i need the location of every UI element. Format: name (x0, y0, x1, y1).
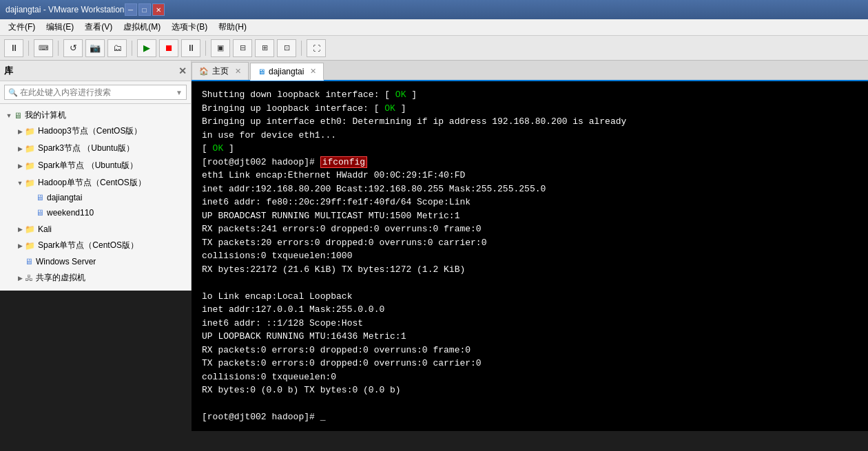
workspace: 🏠 主页 ✕ 🖥 dajiangtai ✕ Shutting down loop… (192, 61, 868, 431)
tree-shared-item[interactable]: ▶ 🖧 共享的虚拟机 (11, 271, 191, 285)
tree-node-spark1: ▶ 📁 Spark单节点 （Ubuntu版） (11, 157, 191, 174)
term-line-final: [root@djt002 hadoop]# _ (202, 410, 858, 424)
tree-kali-label: Kali (38, 224, 52, 234)
title-text: dajiangtai - VMware Workstation (6, 5, 125, 14)
toolbar-snapshot-revert-button[interactable]: ↺ (63, 39, 83, 57)
tree-node-root: ▼ 🖥 我的计算机 ▶ 📁 Hadoop3节点（CentOS版） (0, 107, 191, 288)
terminal-area[interactable]: Shutting down loopback interface: [ OK ]… (192, 81, 868, 431)
tree-root-item[interactable]: ▼ 🖥 我的计算机 (0, 108, 191, 123)
tab-dajiangtai[interactable]: 🖥 dajiangtai ✕ (250, 63, 324, 81)
sidebar: 库 ✕ 🔍 ▼ ▼ 🖥 我的计算机 (0, 61, 192, 291)
folder-icon-kali: 📁 (25, 224, 35, 234)
tree-hadoop1-item[interactable]: ▼ 📁 Hadoop单节点（CentOS版） (11, 176, 191, 190)
term-line-1: Shutting down loopback interface: [ OK ] (202, 88, 858, 102)
tree-root-label: 我的计算机 (25, 109, 66, 121)
tree-node-hadoop1: ▼ 📁 Hadoop单节点（CentOS版） 🖥 dajiangtai (11, 174, 191, 222)
term-command-ifconfig: ifconfig (320, 156, 367, 168)
term-ok-1: OK (395, 90, 406, 100)
menu-help[interactable]: 帮助(H) (213, 19, 252, 35)
dajiangtai-tab-icon: 🖥 (258, 67, 265, 76)
tree-windows-label: Windows Server (36, 257, 96, 266)
tree-hadoop3-item[interactable]: ▶ 📁 Hadoop3节点（CentOS版） (11, 124, 191, 138)
toolbar-snapshot-mgr-button[interactable]: 🗂 (107, 39, 127, 57)
tree-weekend110-item[interactable]: 🖥 weekend110 (22, 207, 191, 219)
tree-hadoop1-children: 🖥 dajiangtai 🖥 weekend110 (11, 190, 191, 220)
close-button[interactable]: ✕ (152, 3, 165, 16)
toolbar-sep1 (28, 41, 29, 56)
full-content: 库 ✕ 🔍 ▼ ▼ 🖥 我的计算机 (0, 61, 868, 431)
tab-dajiangtai-label: dajiangtai (269, 67, 304, 76)
search-bar: 🔍 ▼ (0, 81, 191, 104)
tree-node-windows: 🖥 Windows Server (11, 254, 191, 269)
tree-spark3-item[interactable]: ▶ 📁 Spark3节点 （Ubuntu版） (11, 141, 191, 156)
menu-view[interactable]: 查看(V) (79, 19, 118, 35)
term-lo-line: lo Link encap:Local Loopback (202, 291, 352, 302)
term-lo-rxbytes-line: RX bytes:0 (0.0 b) TX bytes:0 (0.0 b) (202, 385, 401, 395)
tree-dajiangtai-item[interactable]: 🖥 dajiangtai (22, 191, 191, 204)
term-text-4: in use for device eth1... (202, 130, 336, 140)
term-ok-3: OK (213, 143, 224, 154)
folder-icon-spark-centos: 📁 (25, 241, 35, 251)
term-prompt: [root@djt002 hadoop]# (202, 157, 320, 167)
term-line-4: in use for device eth1... (202, 129, 858, 143)
toolbar-ctrl-alt-del-button[interactable]: ⌨ (34, 39, 53, 57)
term-line-lo-inet6: inet6 addr: ::1/128 Scope:Host (202, 317, 858, 331)
tree-spark-centos-item[interactable]: ▶ 📁 Spark单节点（CentOS版） (11, 238, 191, 253)
sidebar-close-button[interactable]: ✕ (178, 65, 187, 76)
search-dropdown-icon[interactable]: ▼ (176, 89, 183, 96)
tab-dajiangtai-close[interactable]: ✕ (310, 67, 316, 76)
tree-kali-item[interactable]: ▶ 📁 Kali (11, 223, 191, 235)
toolbar-power-off-button[interactable]: ⏹ (159, 39, 178, 57)
term-line-tx1: TX packets:20 errors:0 dropped:0 overrun… (202, 236, 858, 250)
term-blank1 (202, 276, 858, 290)
titlebar: dajiangtai - VMware Workstation ─ □ ✕ (0, 0, 868, 19)
menu-vm[interactable]: 虚拟机(M) (118, 19, 166, 35)
term-lo-inet-line: inet addr:127.0.0.1 Mask:255.0.0.0 (202, 304, 384, 315)
term-text-5: [ (202, 143, 213, 154)
term-final-prompt: [root@djt002 hadoop]# _ (202, 412, 325, 422)
toolbar-screen2-button[interactable]: ⊟ (233, 39, 252, 57)
toolbar-pause-button[interactable]: ⏸ (4, 39, 23, 57)
term-line-lo-rx: RX packets:0 errors:0 dropped:0 overruns… (202, 344, 858, 357)
menubar: 文件(F) 编辑(E) 查看(V) 虚拟机(M) 选项卡(B) 帮助(H) (0, 19, 868, 36)
term-line-inet: inet addr:192.168.80.200 Bcast:192.168.8… (202, 182, 858, 196)
menu-edit[interactable]: 编辑(E) (41, 19, 79, 35)
toolbar-sep3 (132, 41, 132, 56)
window-controls: ─ □ ✕ (125, 3, 165, 16)
tabbar: 🏠 主页 ✕ 🖥 dajiangtai ✕ (192, 61, 868, 81)
toolbar-sep4 (205, 41, 206, 56)
tree-node-shared: ▶ 🖧 共享的虚拟机 (11, 269, 191, 286)
tab-home[interactable]: 🏠 主页 ✕ (192, 62, 249, 80)
toolbar-screen4-button[interactable]: ⊡ (277, 39, 296, 57)
maximize-button[interactable]: □ (138, 3, 151, 16)
vm-icon-windows: 🖥 (25, 257, 33, 266)
tree-windows-item[interactable]: 🖥 Windows Server (11, 255, 191, 268)
toolbar-fullscreen-button[interactable]: ⛶ (307, 39, 326, 57)
tree-spark1-item[interactable]: ▶ 📁 Spark单节点 （Ubuntu版） (11, 158, 191, 173)
toolbar-power-on-button[interactable]: ▶ (137, 39, 156, 57)
search-input[interactable] (20, 87, 176, 97)
tree-expand-shared: ▶ (15, 275, 25, 282)
term-line-up: UP BROADCAST RUNNING MULTICAST MTU:1500 … (202, 209, 858, 223)
tree-expand-hadoop1: ▼ (15, 180, 25, 187)
menu-tabs[interactable]: 选项卡(B) (166, 19, 213, 35)
term-line-inet6: inet6 addr: fe80::20c:29ff:fe1f:40fd/64 … (202, 196, 858, 209)
toolbar-suspend-button[interactable]: ⏸ (181, 39, 200, 57)
term-ok-2: OK (384, 103, 395, 114)
toolbar-snapshot-button[interactable]: 📷 (85, 39, 105, 57)
term-coll1-line: collisions:0 txqueuelen:1000 (202, 251, 352, 261)
menu-file[interactable]: 文件(F) (3, 19, 41, 35)
term-line-5: [ OK ] (202, 142, 858, 156)
toolbar-screen1-button[interactable]: ▣ (211, 39, 230, 57)
folder-icon-hadoop3: 📁 (25, 127, 35, 136)
tab-home-close[interactable]: ✕ (235, 67, 241, 76)
tree-expand-spark3: ▶ (15, 145, 25, 152)
tab-home-label: 主页 (212, 65, 229, 77)
term-line-2: Bringing up loopback interface: [ OK ] (202, 102, 858, 116)
tree-node-spark-centos: ▶ 📁 Spark单节点（CentOS版） (11, 237, 191, 254)
toolbar-screen3-button[interactable]: ⊞ (255, 39, 274, 57)
minimize-button[interactable]: ─ (125, 3, 137, 16)
term-blank2 (202, 397, 858, 411)
term-line-lo-inet: inet addr:127.0.0.1 Mask:255.0.0.0 (202, 303, 858, 317)
term-text-3: Bringing up interface eth0: Determining … (202, 116, 626, 127)
